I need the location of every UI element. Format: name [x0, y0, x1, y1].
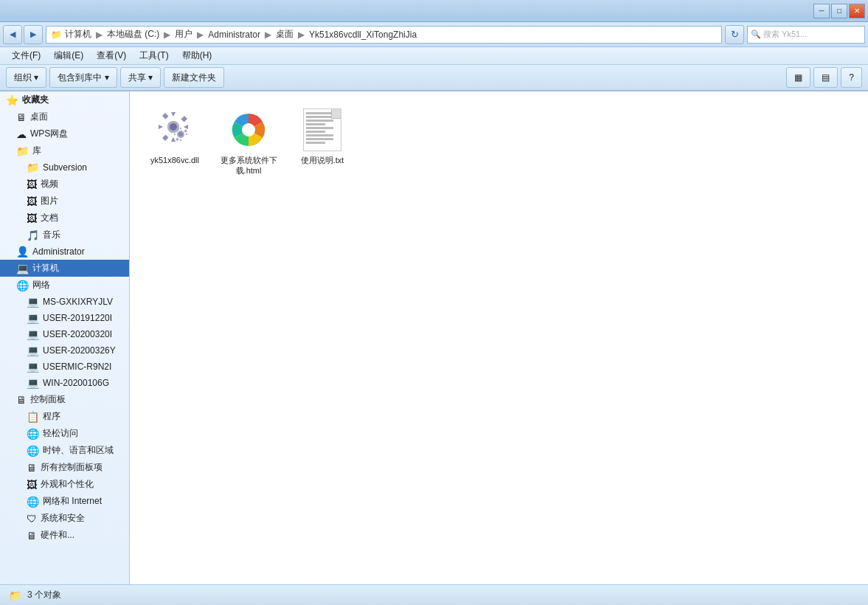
control-panel-label: 控制面板 [30, 393, 66, 406]
usermic-label: USERMIC-R9N2I [43, 362, 111, 372]
favorites-label: 收藏夹 [22, 94, 49, 106]
all-cp-icon: 🖥 [27, 462, 37, 474]
sidebar-item-network[interactable]: 🌐 网络 [0, 277, 129, 294]
subversion-label: Subversion [43, 162, 87, 173]
path-part-5: Yk51x86vcdll_XiTongZhiJia [309, 30, 417, 40]
back-button[interactable]: ◀ [3, 25, 22, 44]
txt-file-label: 使用说明.txt [301, 155, 344, 165]
dll-icon-wrapper [153, 108, 197, 152]
path-part-0: 计算机 [65, 28, 91, 41]
sidebar-item-favorites[interactable]: ⭐ 收藏夹 [0, 91, 129, 108]
music-icon: 🎵 [27, 229, 39, 241]
sidebar-item-clock-lang[interactable]: 🌐 时钟、语言和区域 [0, 442, 129, 459]
share-button[interactable]: 共享 ▾ [120, 67, 161, 88]
path-part-1: 本地磁盘 (C:) [107, 28, 159, 41]
sidebar-item-all-control-panel[interactable]: 🖥 所有控制面板项 [0, 459, 129, 476]
main-container: ⭐ 收藏夹 🖥 桌面 ☁ WPS网盘 📁 库 📁 Subversion 🖼 视频… [0, 91, 868, 584]
programs-label: 程序 [43, 410, 60, 423]
appearance-icon: 🖼 [27, 479, 37, 491]
wps-icon: ☁ [16, 128, 27, 140]
sidebar-item-appearance[interactable]: 🖼 外观和个性化 [0, 476, 129, 493]
organize-button[interactable]: 组织 ▾ [6, 67, 46, 88]
new-folder-button[interactable]: 新建文件夹 [164, 67, 224, 88]
search-icon: 🔍 [751, 30, 761, 39]
sidebar-item-ms-gxk[interactable]: 💻 MS-GXKIXRYJLV [0, 294, 129, 310]
sidebar-item-subversion[interactable]: 📁 Subversion [0, 159, 129, 176]
status-count: 3 个对象 [27, 589, 61, 601]
sys-security-label: 系统和安全 [41, 512, 85, 525]
sidebar-item-desktop[interactable]: 🖥 桌面 [0, 108, 129, 125]
net-pc1-icon: 💻 [27, 296, 39, 308]
ease-access-icon: 🌐 [27, 428, 39, 440]
menu-view[interactable]: 查看(V) [91, 48, 132, 63]
pictures-label: 图片 [41, 195, 58, 207]
sidebar-item-user2[interactable]: 💻 USER-20200320I [0, 326, 129, 342]
sidebar-item-ease-access[interactable]: 🌐 轻松访问 [0, 425, 129, 442]
txt-line2 [306, 116, 333, 118]
minimize-button[interactable]: ─ [813, 4, 830, 18]
library-label: 库 [32, 145, 41, 157]
close-button[interactable]: ✕ [849, 4, 865, 18]
sidebar-item-control-panel[interactable]: 🖥 控制面板 [0, 391, 129, 408]
user1-label: USER-20191220I [43, 313, 112, 323]
file-item-txt[interactable]: 使用说明.txt [289, 103, 355, 181]
path-sep4: ▶ [265, 30, 271, 40]
menu-help[interactable]: 帮助(H) [176, 48, 218, 63]
view-toggle-button[interactable]: ▦ [786, 67, 810, 88]
sidebar-item-library[interactable]: 📁 库 [0, 142, 129, 159]
menu-file[interactable]: 文件(F) [6, 48, 46, 63]
forward-button[interactable]: ▶ [24, 25, 43, 44]
net-pc5-icon: 💻 [27, 361, 39, 373]
net-internet-icon: 🌐 [27, 496, 39, 508]
sidebar-item-pictures[interactable]: 🖼 图片 [0, 193, 129, 210]
desktop-label: 桌面 [30, 111, 48, 123]
file-item-dll[interactable]: yk51x86vc.dll [142, 103, 208, 181]
sidebar-item-win[interactable]: 💻 WIN-20200106G [0, 375, 129, 391]
dll-file-label: yk51x86vc.dll [150, 155, 199, 165]
help-button[interactable]: ? [841, 67, 862, 88]
sidebar-item-network-internet[interactable]: 🌐 网络和 Internet [0, 493, 129, 510]
sidebar-item-computer[interactable]: 💻 计算机 [0, 260, 129, 277]
path-sep3: ▶ [197, 30, 204, 40]
favorites-icon: ⭐ [6, 94, 18, 106]
refresh-button[interactable]: ↻ [725, 25, 744, 44]
sidebar-item-user3[interactable]: 💻 USER-20200326Y [0, 342, 129, 359]
net-pc4-icon: 💻 [27, 345, 39, 356]
status-folder-icon: 📁 [9, 590, 21, 601]
sidebar-item-user1[interactable]: 💻 USER-20191220I [0, 310, 129, 326]
maximize-button[interactable]: □ [831, 4, 847, 18]
clock-lang-icon: 🌐 [27, 445, 39, 457]
sidebar-item-system-security[interactable]: 🛡 系统和安全 [0, 510, 129, 527]
appearance-label: 外观和个性化 [41, 478, 94, 491]
address-path[interactable]: 📁 计算机 ▶ 本地磁盘 (C:) ▶ 用户 ▶ Administrator ▶… [46, 26, 722, 44]
menu-tools[interactable]: 工具(T) [133, 48, 174, 63]
network-icon: 🌐 [16, 280, 29, 291]
menu-edit[interactable]: 编辑(E) [48, 48, 89, 63]
video-label: 视频 [41, 178, 58, 190]
sidebar-item-usermic[interactable]: 💻 USERMIC-R9N2I [0, 359, 129, 375]
sidebar-item-music[interactable]: 🎵 音乐 [0, 227, 129, 243]
documents-label: 文档 [41, 212, 58, 224]
sidebar-item-documents[interactable]: 🖼 文档 [0, 210, 129, 227]
hardware-label: 硬件和... [41, 529, 74, 542]
sidebar-item-programs[interactable]: 📋 程序 [0, 408, 129, 425]
html-file-label: 更多系统软件下载.html [221, 155, 277, 176]
sidebar-item-video[interactable]: 🖼 视频 [0, 176, 129, 193]
path-sep5: ▶ [298, 30, 305, 40]
include-in-library-button[interactable]: 包含到库中 ▾ [49, 67, 117, 88]
sidebar-item-hardware[interactable]: 🖥 硬件和... [0, 527, 129, 544]
file-item-html[interactable]: 更多系统软件下载.html [215, 103, 282, 181]
txt-line6 [306, 131, 325, 133]
user2-label: USER-20200320I [43, 329, 112, 339]
net-pc2-icon: 💻 [27, 312, 39, 324]
search-box[interactable]: 🔍 搜索 Yk51... [747, 26, 865, 44]
path-part-2: 用户 [175, 28, 192, 41]
net-pc6-icon: 💻 [27, 377, 39, 389]
sidebar-item-wps[interactable]: ☁ WPS网盘 [0, 125, 129, 142]
computer-icon: 💻 [16, 263, 29, 274]
path-sep2: ▶ [164, 30, 170, 40]
pane-toggle-button[interactable]: ▤ [813, 67, 838, 88]
title-bar: ─ □ ✕ [0, 0, 868, 22]
pictures-icon: 🖼 [27, 196, 37, 207]
sidebar-item-administrator[interactable]: 👤 Administrator [0, 243, 129, 260]
